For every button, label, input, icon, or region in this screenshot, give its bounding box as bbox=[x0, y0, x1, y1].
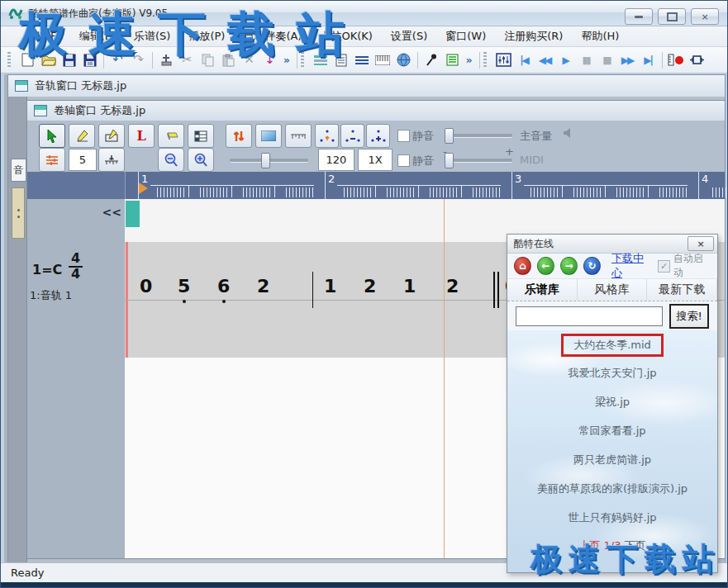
prev-page-link[interactable]: 上页 bbox=[578, 539, 600, 552]
toolbar-grip[interactable] bbox=[7, 52, 11, 69]
note-plus-tool-button[interactable] bbox=[366, 124, 390, 148]
menu-help[interactable]: 帮助(H) bbox=[572, 26, 628, 46]
piano-roll-icon[interactable] bbox=[373, 50, 393, 70]
record-icon[interactable] bbox=[666, 50, 687, 70]
fast-forward-icon[interactable]: ▶▶ bbox=[617, 50, 638, 70]
play-icon[interactable]: ▶ bbox=[555, 50, 576, 70]
track-view-icon[interactable] bbox=[311, 50, 331, 70]
loop-icon[interactable] bbox=[687, 50, 707, 70]
note-low-octave[interactable]: 5 bbox=[178, 276, 190, 296]
menu-settings[interactable]: 设置(S) bbox=[382, 26, 436, 46]
panel-close-button[interactable]: × bbox=[688, 236, 714, 251]
menu-window[interactable]: 窗口(W) bbox=[436, 26, 495, 46]
quantize-tool-button[interactable] bbox=[39, 148, 65, 172]
quantize-value-field[interactable]: 5 bbox=[69, 149, 97, 171]
pause-icon[interactable]: ▮▮ bbox=[576, 50, 597, 70]
note[interactable]: 2 bbox=[446, 276, 459, 296]
title-bar[interactable]: 酷特简谱作曲家(专家版) V9.05 × bbox=[1, 1, 727, 26]
list-item[interactable]: 两只老虎简谱.jp bbox=[567, 449, 658, 471]
new-file-button[interactable] bbox=[17, 50, 38, 70]
back-icon[interactable]: ← bbox=[537, 257, 554, 275]
zoom-out-button[interactable] bbox=[158, 148, 184, 172]
tab-score-library[interactable]: 乐谱库 bbox=[507, 279, 578, 301]
menu-play[interactable]: 播放(P) bbox=[179, 26, 234, 46]
lyrics-editor-icon[interactable] bbox=[442, 50, 463, 70]
menu-karaoke[interactable]: 卡拉OK(K) bbox=[311, 26, 381, 46]
score-view-icon[interactable] bbox=[331, 50, 352, 70]
list-item[interactable]: 世上只有妈妈好.jp bbox=[562, 507, 664, 529]
menu-accompaniment[interactable]: 自动伴奏(A) bbox=[234, 26, 311, 46]
next-page-link[interactable]: 下页 bbox=[625, 539, 646, 552]
list-item[interactable]: 美丽的草原我的家(排版演示).jp bbox=[531, 478, 694, 500]
toolbar-grip-2[interactable] bbox=[301, 52, 304, 69]
mixer-icon[interactable] bbox=[493, 50, 514, 70]
menu-score[interactable]: 乐谱(S) bbox=[125, 26, 179, 46]
menu-edit[interactable]: 编辑(E) bbox=[70, 26, 125, 46]
zoom-slider[interactable] bbox=[230, 159, 308, 163]
skip-end-icon[interactable]: ▶| bbox=[638, 50, 659, 70]
note[interactable]: 2 bbox=[257, 276, 269, 296]
select-tool-button[interactable] bbox=[39, 124, 65, 148]
note-minus-tool-button[interactable] bbox=[340, 124, 364, 148]
track-side-tab[interactable]: 音 bbox=[11, 159, 26, 182]
note-up-tool-button[interactable] bbox=[315, 124, 339, 148]
side-grip-handle[interactable] bbox=[12, 187, 25, 239]
pencil-tool-button[interactable] bbox=[69, 124, 95, 148]
list-item-highlighted[interactable]: 大约在冬季.mid bbox=[561, 334, 664, 357]
note-insert-tool-button[interactable] bbox=[98, 148, 125, 172]
main-volume-thumb[interactable] bbox=[445, 128, 454, 144]
gradient-tool-button[interactable] bbox=[255, 124, 282, 148]
tempo-field[interactable]: 120 bbox=[318, 149, 354, 171]
delete-icon[interactable]: ✕ bbox=[239, 50, 259, 70]
list-item[interactable]: 我爱北京天安门.jp bbox=[562, 363, 664, 384]
staff-view-icon[interactable] bbox=[352, 50, 373, 70]
ruler-tool-button[interactable] bbox=[285, 124, 312, 148]
note[interactable]: 1 bbox=[324, 276, 336, 296]
web-icon[interactable] bbox=[393, 50, 414, 70]
microphone-icon[interactable] bbox=[421, 50, 442, 70]
playhead-marker[interactable] bbox=[139, 183, 148, 194]
note-low-octave[interactable]: 6 bbox=[217, 276, 230, 296]
mute-top-checkbox[interactable] bbox=[397, 130, 410, 142]
mute-bottom-checkbox[interactable] bbox=[397, 154, 410, 167]
eraser-tool-button[interactable] bbox=[158, 124, 184, 148]
close-button[interactable]: × bbox=[691, 8, 719, 25]
tab-style-library[interactable]: 风格库 bbox=[578, 279, 648, 301]
list-item[interactable]: 梁祝.jp bbox=[588, 391, 636, 413]
toolbar-overflow-icon[interactable]: » bbox=[280, 55, 293, 66]
paste-icon[interactable] bbox=[218, 50, 239, 70]
midi-volume-thumb[interactable] bbox=[445, 153, 454, 168]
skip-start-icon[interactable]: |◀ bbox=[514, 50, 535, 70]
pencil-select-tool-button[interactable] bbox=[98, 124, 125, 148]
grid-tool-button[interactable] bbox=[188, 124, 214, 148]
maximize-button[interactable] bbox=[658, 8, 686, 25]
rewind-icon[interactable]: ◀◀ bbox=[535, 50, 555, 70]
redo-icon[interactable]: ↷ bbox=[128, 50, 149, 70]
track-window-titlebar[interactable]: 音轨窗口 无标题.jp bbox=[8, 75, 725, 97]
open-file-button[interactable] bbox=[38, 50, 59, 70]
note[interactable]: 1 bbox=[403, 276, 416, 296]
note[interactable]: 2 bbox=[364, 276, 376, 296]
tab-latest-downloads[interactable]: 最新下载 bbox=[647, 279, 717, 301]
undo-icon[interactable]: ↶ bbox=[107, 50, 128, 70]
save-button[interactable] bbox=[59, 50, 79, 70]
copy-icon[interactable] bbox=[197, 50, 218, 70]
transpose-tool-button[interactable] bbox=[226, 124, 252, 148]
zoom-in-button[interactable] bbox=[188, 148, 214, 172]
timeline-ruler[interactable]: 1 2 3 bbox=[27, 172, 725, 200]
minimize-button[interactable] bbox=[625, 8, 653, 25]
forward-icon[interactable]: → bbox=[560, 257, 578, 275]
lyrics-tool-button[interactable]: L bbox=[128, 124, 155, 148]
insert-tool-icon[interactable] bbox=[156, 50, 177, 70]
search-input[interactable] bbox=[516, 306, 663, 326]
scroll-window-titlebar[interactable]: 卷轴窗口 无标题.jp bbox=[27, 101, 725, 121]
home-icon[interactable]: ⌂ bbox=[514, 257, 531, 275]
zoom-slider-thumb[interactable] bbox=[261, 153, 270, 168]
toolbar-grip-3[interactable] bbox=[483, 52, 487, 69]
note[interactable]: 0 bbox=[140, 276, 152, 296]
list-item[interactable]: 常回家看看.jp bbox=[573, 420, 653, 442]
search-button[interactable]: 搜索! bbox=[669, 304, 709, 329]
menu-register[interactable]: 注册购买(R) bbox=[495, 26, 572, 46]
download-center-link[interactable]: 下载中心 bbox=[611, 251, 652, 281]
toolbar-overflow-icon-2[interactable]: » bbox=[463, 55, 476, 66]
